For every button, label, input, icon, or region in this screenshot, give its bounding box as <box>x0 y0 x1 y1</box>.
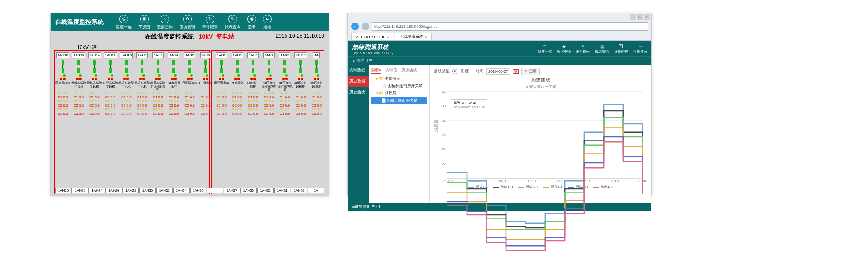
toolbar-报表查询[interactable]: ▤ 报表查询 <box>595 43 609 54</box>
bay-1AH5[interactable]: 1AH5 1#电源进线柜 B1 0.0C1 0.0B2 0.0C2 0.0B3 … <box>245 52 261 116</box>
legend-item-局放4-C[interactable]: 局放4-C <box>593 185 613 189</box>
chart-canvas: 温度值 局放1-C : 26.40 2016-06-27 00:10:00 22… <box>447 91 643 179</box>
indicator-lights <box>171 74 177 77</box>
tool-icon: ▤ <box>598 43 605 49</box>
app-header: 無線測溫系統 wu xian ce wen xi tong ≡ 温度一览 ◈ 数… <box>348 41 651 56</box>
tree-node-box1[interactable]: 📄土桥驿迁街东开关箱 <box>371 82 427 90</box>
tree-node-bureau[interactable]: ▾📁城管局 <box>371 90 427 97</box>
toolbar-登录[interactable]: ◉ 登录 <box>247 15 256 30</box>
series-line-局放4-B <box>447 91 643 260</box>
legend-item-局放1-C[interactable]: 局放1-C <box>518 185 538 189</box>
url-input[interactable]: http://211.149.212.190:8080/login.do <box>372 22 648 31</box>
toolbar-注销登录[interactable]: ↪ 注销登录 <box>633 43 647 54</box>
series-line-局放1-B <box>447 91 643 260</box>
browser-tab-1[interactable]: 211.149.212.190× <box>351 32 394 40</box>
tree-panel: 温度▾ 实时值 历史曲线 ▸📁南京项目 📄土桥驿迁街东开关箱 ▾📁城管局 📄夜郎… <box>369 65 430 203</box>
y-tick-label: 28 <box>442 118 447 122</box>
breaker-icon <box>155 78 161 80</box>
series-line-局放1-A <box>447 91 643 260</box>
bay-id-label: 1AH30 <box>139 188 156 193</box>
disconnector-icon <box>157 60 159 73</box>
bay-1AH0[interactable]: 1AH0 PT避雷器 B1 0.0C1 0.0B2 0.0C2 0.0B3 0.… <box>198 52 214 116</box>
bay-1AH11[interactable]: 1AH11 4#环冷鼓风机柜 B1 0.0C1 0.0B2 0.0C2 0.0B… <box>293 52 309 116</box>
tree-tab-realtime[interactable]: 实时值 <box>385 68 397 74</box>
toolbar-报表查询[interactable]: ✎ 报表查询 <box>225 15 240 30</box>
breaker-icon <box>298 78 303 80</box>
back-button[interactable]: ← <box>351 23 359 30</box>
app-logo: 無線測溫系統 wu xian ce wen xi tong <box>352 43 394 54</box>
calendar-icon[interactable]: ▦ <box>513 69 519 74</box>
filter-time-label: 时间 <box>476 68 483 74</box>
bay-1AH14[interactable]: 1AH14 配料布袋除尘风机 B1 0.0C1 0.0B2 0.0C2 0.0B… <box>87 52 102 116</box>
legend-item-局放1-B[interactable]: 局放1-B <box>493 185 513 189</box>
toolbar-退出[interactable]: ▸ 退出 <box>263 15 272 30</box>
maximize-button[interactable]: □ <box>637 14 643 20</box>
bay-name-label: 燃料布袋除尘风机 <box>71 81 87 90</box>
bay-id-label: 1AH24 <box>89 188 105 193</box>
sidebar-item-实时数据[interactable]: 实时数据 <box>348 65 369 76</box>
bay-1AH2[interactable]: 1AH2 母联隔离柜 B1 0.0C1 0.0B2 0.0C2 0.0B3 0.… <box>182 52 197 116</box>
x-tick-label: 03:00 <box>471 178 480 183</box>
bay-readings: B1 0.0C1 0.0B2 0.0C2 0.0B3 0.0C3 0.0 <box>248 91 258 116</box>
bay-1AH4[interactable]: 1AH4 2#电源进线柜 B1 0.0C1 0.0B2 0.0C2 0.0B3 … <box>166 52 182 116</box>
bay-1A[interactable]: 1A 3#环冷鼓风机柜 B1 0.0C1 0.0B2 0.0C2 0.0B3 0… <box>309 52 325 116</box>
toolbar-工况图[interactable]: ▣ 工况图 <box>138 15 150 30</box>
disconnector-icon <box>188 60 191 73</box>
indicator-lights <box>250 74 256 77</box>
bay-1AH8[interactable]: 1AH8 整矾布袋除尘风机 B1 0.0C1 0.0B2 0.0C2 0.0B3… <box>135 52 150 116</box>
tree-tab-history[interactable]: 历史曲线 <box>401 68 417 74</box>
bay-1AH6[interactable]: 1AH6 机尾布袋除尘风机助熔剂 B1 0.0C1 0.0B2 0.0C2 0.… <box>150 52 166 116</box>
bay-1AH9[interactable]: 1AH9 5#环冷鼓风机支路电源 B1 0.0C1 0.0B2 0.0C2 0.… <box>277 52 293 116</box>
bay-id-label: 1AH29 <box>291 188 307 193</box>
tree-node-box2[interactable]: 📄夜郎大道西开关箱 <box>371 97 427 104</box>
bay-name-label: 1#电源进线柜 <box>245 81 261 90</box>
tree-tab-temp[interactable]: 温度▾ <box>371 68 381 74</box>
browser-tab-2[interactable]: 无线测温系统× <box>395 32 432 40</box>
close-icon[interactable]: × <box>387 35 389 39</box>
disconnector-icon <box>252 60 254 73</box>
breaker-icon <box>203 78 208 80</box>
close-icon[interactable]: × <box>425 35 427 39</box>
toolbar-系统管理[interactable]: ✿ 系统管理 <box>180 15 195 30</box>
app-title: 在线温度监控系统 <box>55 18 104 26</box>
tree-node-project[interactable]: ▸📁南京项目 <box>371 75 427 82</box>
status-footer: 当前登录用户：1 <box>348 203 651 211</box>
tool-icon: ≡ <box>541 43 548 49</box>
sidebar-item-历史数据[interactable]: 历史数据 <box>348 76 369 87</box>
view-button[interactable]: ⟲ 查看 <box>521 68 540 75</box>
bay-1AH16[interactable]: 1AH16 燃料布袋除尘风机 B1 0.0C1 0.0B2 0.0C2 0.0B… <box>71 52 87 116</box>
logo-subtitle: wu xian ce wen xi tong <box>354 51 394 54</box>
bay-id-label: 1AH22 <box>72 188 89 193</box>
bay-1AH10[interactable]: 1AH10 整矾布袋除尘风机 B1 0.0C1 0.0B2 0.0C2 0.0B… <box>118 52 134 116</box>
indicator-lights <box>155 74 161 77</box>
legend-item-局放4-A[interactable]: 局放4-A <box>543 185 563 189</box>
toolbar-事件记录[interactable]: ↻ 事件记录 <box>202 15 218 30</box>
tool-icon: ◉ <box>247 15 256 23</box>
toolbar-数据查询[interactable]: ⌂ 数据查询 <box>157 15 173 30</box>
y-tick-label: 32 <box>442 90 447 94</box>
minimize-button[interactable]: – <box>630 14 636 20</box>
gridline <box>447 91 643 92</box>
legend-item-局放1-A[interactable]: 局放1-A <box>468 185 488 189</box>
tool-icon: ✎ <box>228 15 237 23</box>
bay-id-label: 1AH35 <box>240 188 257 193</box>
radio-temperature[interactable] <box>452 69 457 74</box>
bay-1AH18[interactable]: 1AH18 回热风机柜 B1 0.0C1 0.0B2 0.0C2 0.0B3 0… <box>55 52 71 116</box>
toolbar-温度一览[interactable]: ≡ 温度一览 <box>538 43 552 54</box>
close-button[interactable]: × <box>644 14 650 20</box>
y-tick-label: 22 <box>442 162 447 166</box>
toolbar-事件记录[interactable]: ✎ 事件记录 <box>576 43 590 54</box>
sidebar-item-历史曲线[interactable]: 历史曲线 <box>348 87 369 98</box>
forward-button[interactable]: → <box>362 23 369 30</box>
bay-1AH1[interactable]: 1AH1 母联隔离柜 B1 0.0C1 0.0B2 0.0C2 0.0B3 0.… <box>214 52 229 116</box>
disconnector-icon <box>172 60 175 73</box>
bay-1AH3[interactable]: 1AH3 PT避雷器 B1 0.0C1 0.0B2 0.0C2 0.0B3 0.… <box>230 52 245 116</box>
date-input[interactable]: 2016-06-27 <box>486 68 510 75</box>
breaker-icon <box>266 78 272 80</box>
legend-item-局放4-B[interactable]: 局放4-B <box>568 185 588 189</box>
toolbar-数据查询[interactable]: ◈ 数据查询 <box>557 43 571 54</box>
bay-1AH7[interactable]: 1AH7 6#环冷鼓风机支路电源 B1 0.0C1 0.0B2 0.0C2 0.… <box>261 52 277 116</box>
bay-1AH12[interactable]: 1AH12 成品布袋除尘风机 B1 0.0C1 0.0B2 0.0C2 0.0B… <box>103 52 118 116</box>
toolbar-修改密码[interactable]: ⚿ 修改密码 <box>614 43 628 54</box>
toolbar-温度一览[interactable]: ◎ 温度一览 <box>116 15 132 30</box>
